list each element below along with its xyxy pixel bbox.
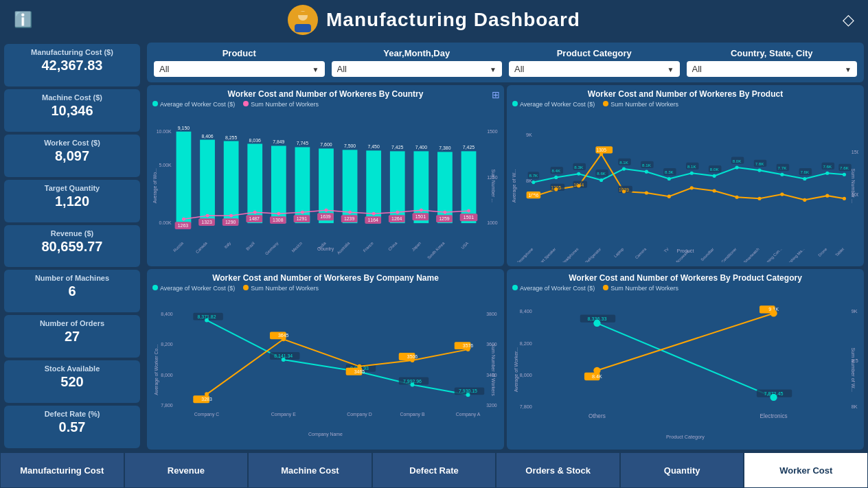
svg-text:8,000: 8,000 bbox=[161, 372, 172, 377]
svg-point-160 bbox=[735, 196, 739, 199]
svg-point-216 bbox=[411, 358, 415, 362]
svg-text:South Korea: South Korea bbox=[426, 241, 446, 260]
svg-text:1000: 1000 bbox=[487, 220, 498, 225]
legend-num-workers-4: Sum Number of Workers bbox=[603, 285, 678, 292]
svg-text:7.6K: 7.6K bbox=[840, 165, 849, 170]
tab-manufacturing-cost[interactable]: Manufacturing Cost bbox=[0, 452, 124, 488]
svg-rect-11 bbox=[200, 140, 215, 224]
kpi-target-quantity-label: Target Quantity bbox=[11, 184, 133, 192]
tab-revenue[interactable]: Revenue bbox=[124, 452, 249, 488]
svg-rect-5 bbox=[308, 14, 311, 20]
filter-date: Year,Month,Day All ▼ bbox=[332, 48, 503, 77]
kpi-stock-value: 520 bbox=[11, 374, 133, 390]
chart-product-svg: Average of W... Sum Number ... Product 8… bbox=[512, 110, 858, 262]
svg-text:7,425: 7,425 bbox=[463, 145, 475, 150]
svg-text:7,800: 7,800 bbox=[161, 403, 172, 408]
svg-point-71 bbox=[420, 209, 423, 212]
svg-text:1500: 1500 bbox=[852, 149, 858, 155]
svg-text:3800: 3800 bbox=[486, 311, 497, 316]
tab-quantity[interactable]: Quantity bbox=[620, 452, 744, 488]
svg-text:1290: 1290 bbox=[225, 220, 236, 224]
svg-text:8,141.34: 8,141.34 bbox=[274, 353, 293, 358]
svg-point-199 bbox=[282, 357, 286, 361]
svg-text:France: France bbox=[363, 241, 375, 253]
svg-point-165 bbox=[843, 197, 846, 200]
filter-product-label: Product bbox=[222, 48, 256, 58]
svg-point-215 bbox=[357, 364, 361, 368]
kpi-orders-label: Number of Orders bbox=[11, 319, 133, 327]
svg-text:Australia: Australia bbox=[336, 241, 351, 255]
sidebar: Manufacturing Cost ($) 42,367.83 Machine… bbox=[0, 40, 144, 452]
svg-text:8,400: 8,400 bbox=[520, 308, 532, 314]
filter-location-label: Country, State, City bbox=[731, 48, 813, 58]
svg-point-202 bbox=[466, 393, 470, 397]
svg-text:7,849: 7,849 bbox=[273, 139, 284, 144]
svg-text:7,425: 7,425 bbox=[391, 145, 403, 150]
expand-icon[interactable]: ⊞ bbox=[492, 89, 500, 100]
svg-point-152 bbox=[554, 187, 558, 191]
svg-text:1500: 1500 bbox=[487, 129, 498, 134]
kpi-machines-value: 6 bbox=[11, 283, 133, 299]
kpi-machine-cost-value: 10,346 bbox=[11, 103, 133, 119]
svg-text:Company B: Company B bbox=[400, 411, 424, 417]
kpi-machine-cost: Machine Cost ($) 10,346 bbox=[4, 89, 140, 132]
svg-text:Company A: Company A bbox=[456, 411, 481, 417]
svg-text:8.0K: 8.0K bbox=[710, 167, 720, 172]
svg-point-246 bbox=[593, 367, 600, 373]
chart-category-svg: Average of Worker... Sum Number of W... … bbox=[512, 294, 858, 446]
kpi-revenue: Revenue ($) 80,659.77 bbox=[4, 225, 140, 268]
svg-point-72 bbox=[443, 211, 446, 214]
svg-text:8.3K: 8.3K bbox=[574, 165, 584, 170]
filter-location: Country, State, City All ▼ bbox=[687, 48, 858, 77]
svg-point-139 bbox=[599, 178, 603, 182]
svg-point-217 bbox=[466, 347, 470, 351]
kpi-target-quantity: Target Quantity 1,120 bbox=[4, 180, 140, 222]
svg-point-158 bbox=[690, 186, 694, 189]
svg-text:Italy: Italy bbox=[223, 241, 231, 249]
svg-line-234 bbox=[597, 323, 773, 397]
svg-text:7.7K: 7.7K bbox=[778, 165, 788, 170]
svg-text:Others: Others bbox=[589, 413, 606, 419]
svg-text:Headphones: Headphones bbox=[561, 247, 580, 262]
header: ℹ️ Manufacturing Dashboard ◇ bbox=[0, 0, 868, 40]
svg-point-138 bbox=[577, 172, 580, 176]
svg-text:1305: 1305 bbox=[596, 148, 606, 152]
svg-text:10.00K: 10.00K bbox=[157, 129, 172, 134]
svg-point-153 bbox=[577, 184, 580, 187]
svg-text:1000: 1000 bbox=[852, 191, 858, 198]
chart-country-title: Worker Cost and Number of Workeres By Co… bbox=[152, 89, 499, 99]
svg-point-213 bbox=[205, 392, 209, 396]
svg-text:Company Name: Company Name bbox=[308, 431, 343, 437]
svg-rect-9 bbox=[176, 132, 192, 223]
tab-machine-cost[interactable]: Machine Cost bbox=[248, 452, 372, 488]
svg-text:8.1K: 8.1K bbox=[687, 164, 697, 169]
svg-text:Drone: Drone bbox=[817, 247, 827, 257]
tab-bar: Manufacturing Cost Revenue Machine Cost … bbox=[0, 452, 868, 488]
tab-defect-rate[interactable]: Defect Rate bbox=[372, 452, 496, 488]
kpi-orders-value: 27 bbox=[11, 329, 133, 345]
svg-text:8,000: 8,000 bbox=[520, 372, 532, 378]
svg-text:8.4K: 8.4K bbox=[592, 373, 602, 380]
chart-category: Worker Cost and Number of Workeres By Pr… bbox=[507, 269, 864, 450]
filter-category-select[interactable]: All bbox=[509, 61, 680, 77]
svg-text:Smartphone: Smartphone bbox=[516, 247, 534, 262]
svg-text:Sum Number of Workers: Sum Number of Workers bbox=[491, 343, 496, 395]
chart-company-svg: Average of Worker Co... Sum Number of Wo… bbox=[152, 294, 499, 446]
filter-product-select[interactable]: All bbox=[154, 61, 325, 77]
kpi-stock-label: Stock Available bbox=[11, 364, 133, 373]
chart-category-title: Worker Cost and Number of Workeres By Pr… bbox=[512, 273, 858, 283]
filter-date-select[interactable]: All bbox=[332, 61, 503, 77]
svg-text:0.00K: 0.00K bbox=[159, 220, 172, 225]
svg-text:3465: 3465 bbox=[354, 369, 365, 373]
svg-rect-3 bbox=[297, 12, 308, 15]
tab-orders-stock[interactable]: Orders & Stock bbox=[496, 452, 620, 488]
svg-text:Average of Wo...: Average of Wo... bbox=[152, 168, 158, 203]
svg-point-156 bbox=[645, 191, 648, 194]
svg-text:7,400: 7,400 bbox=[415, 145, 427, 150]
svg-point-148 bbox=[803, 177, 806, 181]
svg-point-164 bbox=[825, 194, 829, 198]
svg-text:3600: 3600 bbox=[486, 342, 497, 347]
svg-text:3400: 3400 bbox=[486, 372, 497, 377]
tab-worker-cost[interactable]: Worker Cost bbox=[744, 452, 868, 488]
filter-location-select[interactable]: All bbox=[687, 61, 858, 77]
